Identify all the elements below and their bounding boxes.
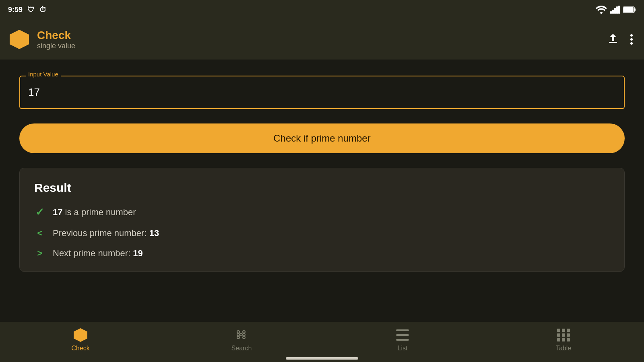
app-subtitle: single value bbox=[37, 42, 599, 50]
svg-rect-0 bbox=[610, 11, 612, 14]
search-nav-icon bbox=[234, 328, 249, 342]
table-nav-label: Table bbox=[556, 345, 571, 352]
chevron-left-icon: < bbox=[34, 228, 45, 239]
svg-point-11 bbox=[237, 331, 239, 333]
svg-rect-20 bbox=[396, 339, 409, 341]
next-prime-text: Next prime number: 19 bbox=[53, 248, 143, 259]
list-nav-icon bbox=[395, 328, 410, 342]
home-indicator bbox=[286, 357, 358, 360]
table-nav-icon bbox=[556, 328, 571, 342]
app-title: Check bbox=[37, 29, 599, 42]
app-bar-actions bbox=[607, 33, 634, 46]
nav-item-search[interactable]: Search bbox=[161, 328, 322, 352]
check-prime-button[interactable]: Check if prime number bbox=[19, 123, 625, 153]
list-nav-label: List bbox=[398, 345, 408, 352]
shield-icon: 🛡 bbox=[27, 6, 35, 14]
svg-point-8 bbox=[630, 34, 633, 37]
svg-rect-3 bbox=[616, 6, 618, 14]
signal-icon bbox=[610, 6, 620, 14]
svg-rect-7 bbox=[634, 8, 636, 11]
svg-point-15 bbox=[240, 333, 242, 336]
app-bar: Check single value bbox=[0, 19, 644, 60]
status-bar: 9:59 🛡 ⏱ bbox=[0, 0, 644, 19]
check-nav-label: Check bbox=[71, 345, 89, 352]
svg-point-9 bbox=[630, 38, 633, 41]
svg-rect-25 bbox=[562, 333, 565, 337]
check-nav-icon bbox=[73, 328, 88, 342]
status-time: 9:59 bbox=[8, 6, 23, 14]
svg-rect-19 bbox=[396, 334, 409, 336]
bottom-nav: Check Search List bbox=[0, 322, 644, 362]
svg-rect-27 bbox=[557, 338, 560, 341]
upload-icon[interactable] bbox=[607, 33, 619, 46]
chevron-right-icon: > bbox=[34, 248, 45, 259]
search-nav-label: Search bbox=[231, 345, 252, 352]
input-value-container: Input Value bbox=[19, 76, 625, 109]
svg-rect-26 bbox=[567, 333, 570, 337]
svg-rect-24 bbox=[557, 333, 560, 337]
prime-result-item: ✓ 17 is a prime number bbox=[34, 206, 610, 218]
svg-point-16 bbox=[237, 333, 239, 336]
nav-item-table[interactable]: Table bbox=[483, 328, 644, 352]
more-vertical-icon[interactable] bbox=[629, 33, 634, 46]
svg-rect-23 bbox=[567, 329, 570, 332]
nav-item-check[interactable]: Check bbox=[0, 328, 161, 352]
nav-item-list[interactable]: List bbox=[322, 328, 483, 352]
svg-rect-2 bbox=[614, 8, 616, 14]
result-title: Result bbox=[34, 181, 610, 195]
clock-icon: ⏱ bbox=[39, 6, 47, 14]
wifi-icon bbox=[596, 6, 607, 14]
svg-point-10 bbox=[630, 42, 633, 45]
status-time-group: 9:59 🛡 ⏱ bbox=[8, 6, 47, 14]
svg-point-13 bbox=[237, 336, 239, 339]
app-bar-titles: Check single value bbox=[37, 29, 599, 50]
checkmark-icon: ✓ bbox=[34, 206, 45, 218]
svg-point-12 bbox=[243, 331, 245, 333]
input-value-field[interactable] bbox=[19, 76, 625, 109]
svg-rect-28 bbox=[562, 338, 565, 341]
main-content: Input Value Check if prime number Result… bbox=[0, 60, 644, 322]
previous-prime-item: < Previous prime number: 13 bbox=[34, 228, 610, 239]
svg-rect-29 bbox=[567, 338, 570, 341]
previous-prime-value: 13 bbox=[149, 228, 159, 238]
app-logo bbox=[10, 30, 29, 49]
prime-result-text: 17 is a prime number bbox=[53, 207, 136, 218]
next-prime-item: > Next prime number: 19 bbox=[34, 248, 610, 259]
svg-rect-21 bbox=[557, 329, 560, 332]
svg-rect-18 bbox=[396, 329, 409, 331]
battery-icon bbox=[623, 6, 636, 13]
previous-prime-text: Previous prime number: 13 bbox=[53, 228, 159, 239]
svg-rect-22 bbox=[562, 329, 565, 332]
prime-number-bold: 17 bbox=[53, 207, 62, 217]
svg-rect-6 bbox=[623, 7, 634, 12]
svg-point-17 bbox=[243, 333, 245, 336]
next-prime-value: 19 bbox=[133, 248, 142, 258]
result-card: Result ✓ 17 is a prime number < Previous… bbox=[19, 168, 625, 272]
svg-rect-4 bbox=[618, 6, 620, 14]
input-label: Input Value bbox=[26, 71, 61, 78]
svg-point-14 bbox=[243, 336, 245, 339]
status-icons-right bbox=[596, 6, 636, 14]
svg-rect-1 bbox=[612, 10, 614, 14]
